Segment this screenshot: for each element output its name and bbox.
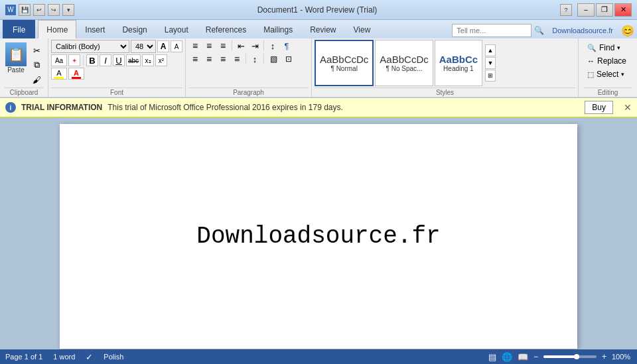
sort-btn[interactable]: ↕ [266, 40, 279, 52]
paste-btn[interactable]: 📋 Paste [4, 41, 28, 75]
font-highlight-btn[interactable]: A [51, 68, 67, 80]
styles-expand[interactable]: ⊞ [485, 70, 496, 82]
view-web-btn[interactable]: 🌐 [502, 352, 512, 362]
trial-icon: i [5, 102, 16, 113]
select-arrow: ▾ [621, 71, 624, 78]
quick-access-redo[interactable]: ↪ [48, 4, 60, 16]
case-btn[interactable]: Aa [51, 54, 67, 66]
find-btn[interactable]: 🔍 Find ▾ [584, 41, 632, 54]
format-painter-btn[interactable]: 🖌 [29, 73, 44, 86]
shrink-font-btn[interactable]: A [171, 40, 182, 52]
status-bar: Page 1 of 1 1 word ✓ Polish ▤ 🌐 📖 − + 10… [0, 349, 637, 364]
minimize-btn[interactable]: − [577, 3, 595, 17]
tab-references[interactable]: References [197, 20, 255, 38]
zoom-slider[interactable] [543, 355, 597, 358]
window-controls: − ❐ ✕ [577, 3, 632, 17]
copy-btn[interactable]: ⧉ [29, 58, 44, 72]
trial-close-btn[interactable]: ✕ [624, 102, 632, 113]
title-bar-left: W 💾 ↩ ↪ ▾ [5, 4, 74, 16]
tab-layout[interactable]: Layout [156, 20, 197, 38]
font-section-label: Font [51, 88, 182, 97]
tab-design[interactable]: Design [113, 20, 155, 38]
styles-scroll-down[interactable]: ▼ [485, 57, 496, 69]
underline-btn[interactable]: U [113, 54, 125, 66]
bullets-btn[interactable]: ≡ [188, 40, 202, 52]
align-left-btn[interactable]: ≡ [188, 53, 202, 65]
style-normal[interactable]: AaBbCcDc ¶ Normal [315, 40, 374, 86]
view-read-btn[interactable]: 📖 [518, 352, 528, 362]
zoom-minus-btn[interactable]: − [533, 352, 538, 361]
tab-mailings[interactable]: Mailings [255, 20, 301, 38]
language[interactable]: Polish [104, 353, 123, 361]
editing-section: 🔍 Find ▾ ↔ Replace ⬚ Select ▾ Editing [579, 38, 637, 97]
tab-view[interactable]: View [345, 20, 380, 38]
buy-btn[interactable]: Buy [585, 101, 613, 114]
user-emoji: 😊 [621, 25, 634, 37]
quick-access-undo[interactable]: ↩ [33, 4, 45, 16]
view-normal-btn[interactable]: ▤ [488, 352, 496, 362]
trial-message: This trial of Microsoft Office Professio… [107, 103, 579, 112]
subscript-btn[interactable]: x₂ [142, 54, 154, 66]
toolbar: 📋 Paste ✂ ⧉ 🖌 Clipboard Calibri (Body) 4… [0, 38, 637, 98]
justify-btn[interactable]: ≡ [230, 53, 244, 65]
paste-icon: 📋 [5, 42, 27, 66]
style-heading1[interactable]: AaBbCc Heading 1 [435, 40, 482, 86]
align-right-btn[interactable]: ≡ [216, 53, 230, 65]
restore-btn[interactable]: ❐ [596, 3, 613, 17]
quick-access-save[interactable]: 💾 [19, 4, 31, 16]
superscript-btn[interactable]: x² [155, 54, 167, 66]
replace-label: Replace [597, 56, 626, 66]
ribbon-tabs: File Home Insert Design Layout Reference… [0, 20, 637, 38]
user-name: Downloadsource.fr [547, 27, 618, 34]
document-page[interactable]: Downloadsource.fr [60, 124, 577, 349]
center-btn[interactable]: ≡ [202, 53, 216, 65]
clipboard-section: 📋 Paste ✂ ⧉ 🖌 Clipboard [0, 38, 48, 97]
styles-section: AaBbCcDc ¶ Normal AaBbCcDc ¶ No Spac... … [312, 38, 579, 97]
paragraph-section-label: Paragraph [188, 88, 309, 97]
quick-access-customize[interactable]: ▾ [62, 4, 74, 16]
clipboard-label: Clipboard [4, 88, 44, 97]
clear-formatting-btn[interactable]: ✦ [68, 54, 80, 66]
styles-scroll-up[interactable]: ▲ [485, 44, 496, 56]
select-btn[interactable]: ⬚ Select ▾ [584, 68, 632, 81]
select-icon: ⬚ [587, 70, 594, 79]
zoom-level[interactable]: 100% [612, 353, 632, 361]
style-no-spacing[interactable]: AaBbCcDc ¶ No Spac... [375, 40, 433, 86]
tab-file[interactable]: File [3, 20, 35, 38]
styles-section-label: Styles [315, 88, 575, 97]
shading-btn[interactable]: ▧ [266, 53, 281, 65]
font-name-select[interactable]: Calibri (Body) [51, 40, 129, 53]
borders-btn[interactable]: ⊡ [281, 53, 296, 65]
close-btn[interactable]: ✕ [614, 3, 632, 17]
line-spacing-btn[interactable]: ↕ [248, 53, 261, 65]
strikethrough-btn[interactable]: abc [126, 54, 141, 66]
bold-btn[interactable]: B [86, 54, 98, 66]
multilevel-btn[interactable]: ≡ [216, 40, 230, 52]
font-color-btn[interactable]: A [68, 68, 84, 80]
status-right: ▤ 🌐 📖 − + 100% [488, 352, 632, 362]
tab-insert[interactable]: Insert [76, 20, 113, 38]
title-bar: W 💾 ↩ ↪ ▾ Document1 - Word Preview (Tria… [0, 0, 637, 20]
help-btn[interactable]: ? [560, 4, 572, 16]
grow-font-btn[interactable]: A [157, 40, 169, 52]
tab-review[interactable]: Review [301, 20, 344, 38]
replace-btn[interactable]: ↔ Replace [584, 54, 632, 68]
decrease-indent-btn[interactable]: ⇤ [234, 40, 248, 52]
paragraph-section: ≡ ≡ ≡ ⇤ ⇥ ↕ ¶ ≡ ≡ ≡ ≡ ↕ ▧ ⊡ Paragraph [186, 38, 312, 97]
word-icon: W [5, 5, 16, 15]
replace-icon: ↔ [587, 57, 595, 65]
tab-home[interactable]: Home [38, 20, 76, 38]
document-content: Downloadsource.fr [196, 223, 440, 250]
select-label: Select [597, 70, 618, 79]
trial-label: TRIAL INFORMATION [21, 103, 102, 112]
spelling-check-icon: ✓ [86, 352, 93, 362]
italic-btn[interactable]: I [100, 54, 111, 66]
cut-btn[interactable]: ✂ [29, 44, 44, 57]
find-label: Find [599, 43, 614, 52]
show-hide-btn[interactable]: ¶ [280, 40, 293, 52]
search-input[interactable] [452, 24, 531, 37]
font-size-select[interactable]: 48 [131, 40, 156, 53]
increase-indent-btn[interactable]: ⇥ [248, 40, 261, 52]
zoom-plus-btn[interactable]: + [602, 352, 606, 361]
numbering-btn[interactable]: ≡ [202, 40, 216, 52]
